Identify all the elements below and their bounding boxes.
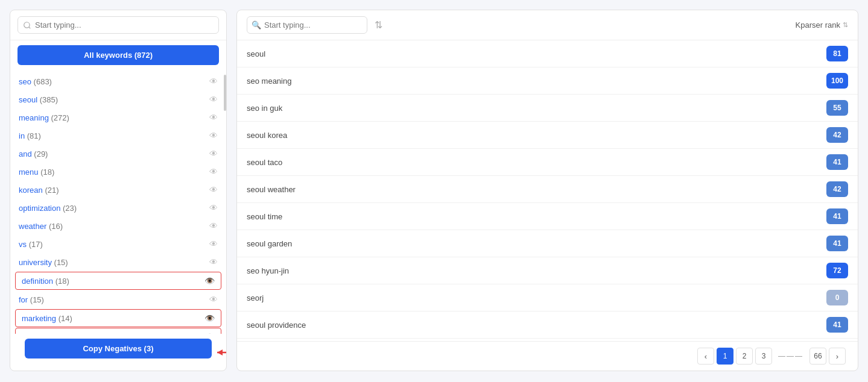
rank-badge: 41 [826, 208, 848, 224]
keyword-label: marketing (14) [22, 314, 72, 323]
copy-negatives-button[interactable]: Copy Negatives (3) [25, 339, 212, 359]
keyword-label: korean (21) [19, 186, 59, 195]
keyword-item[interactable]: menu (18)👁 [10, 163, 226, 181]
keyword-label: for (15) [19, 295, 44, 304]
keyword-item[interactable]: meaning (272)👁 [10, 108, 226, 127]
rank-badge: 42 [826, 181, 848, 197]
rank-badge: 42 [826, 127, 848, 143]
right-header: 🔍 ⇅ Kparser rank ⇅ [237, 10, 858, 40]
eye-icon[interactable]: 👁 [209, 149, 218, 158]
left-search-wrapper [10, 10, 226, 40]
eye-icon[interactable]: 👁 [209, 221, 218, 231]
keyword-item[interactable]: search (19)👁️ [15, 328, 221, 334]
keyword-item[interactable]: in (81)👁 [10, 127, 226, 145]
keyword-cell: seoul [247, 49, 265, 58]
keyword-item[interactable]: seo (683)👁 [10, 72, 226, 90]
keyword-item[interactable]: vs (17)👁 [10, 235, 226, 253]
keyword-item[interactable]: optimization (23)👁 [10, 199, 226, 217]
left-panel: All keywords (872) seo (683)👁seoul (385)… [10, 10, 227, 371]
rank-badge: 41 [826, 154, 848, 170]
keyword-item[interactable]: marketing (14)👁️ [15, 309, 221, 327]
rank-badge: 0 [826, 290, 848, 305]
kparser-rank-header[interactable]: Kparser rank ⇅ [796, 20, 848, 30]
sort-icon[interactable]: ⇅ [372, 17, 385, 33]
table-row: seoul time41 [237, 203, 858, 230]
eye-icon[interactable]: 👁 [209, 113, 218, 122]
keyword-label: seoul (385) [19, 95, 58, 104]
keyword-label: definition (18) [22, 277, 69, 286]
table-row: seoul81 [237, 40, 858, 67]
keyword-item[interactable]: seoul (385)👁 [10, 90, 226, 108]
eye-icon[interactable]: 👁️ [204, 276, 215, 286]
all-keywords-button[interactable]: All keywords (872) [17, 45, 219, 65]
red-arrow [214, 345, 227, 360]
keyword-cell: seoul weather [247, 185, 296, 194]
eye-icon[interactable]: 👁 [209, 239, 218, 249]
table-row: seo meaning100 [237, 67, 858, 95]
keyword-cell: seo hyun-jin [247, 266, 289, 275]
keyword-table: seoul81seo meaning100seo in guk55seoul k… [237, 40, 858, 341]
eye-icon[interactable]: 👁 [209, 257, 218, 267]
eye-icon[interactable]: 👁 [209, 167, 218, 177]
eye-icon[interactable]: 👁 [209, 295, 218, 304]
keyword-label: weather (16) [19, 222, 63, 231]
page-1-button[interactable]: 1 [717, 348, 733, 365]
keyword-cell: seorj [247, 293, 264, 302]
keyword-item[interactable]: korean (21)👁 [10, 181, 226, 199]
table-row: seo hyun-jin72 [237, 257, 858, 284]
keyword-cell: seoul korea [247, 131, 287, 140]
copy-negatives-area: Copy Negatives (3) [10, 334, 226, 371]
keyword-cell: seo in guk [247, 104, 282, 113]
keyword-cell: seoul providence [247, 321, 306, 330]
keyword-item[interactable]: and (29)👁 [10, 145, 226, 163]
main-container: All keywords (872) seo (683)👁seoul (385)… [0, 0, 868, 382]
keyword-item[interactable]: definition (18)👁️ [15, 272, 221, 290]
sort-arrows-icon: ⇅ [843, 21, 848, 29]
eye-icon[interactable]: 👁 [209, 203, 218, 213]
keyword-label: menu (18) [19, 168, 54, 177]
page-last-button[interactable]: 66 [809, 348, 826, 365]
kparser-rank-label: Kparser rank [796, 20, 840, 30]
keyword-cell: seo meaning [247, 77, 291, 86]
keyword-cell: seoul time [247, 212, 282, 221]
keyword-label: and (29) [19, 149, 48, 158]
table-row: seoul garden41 [237, 230, 858, 257]
eye-icon[interactable]: 👁 [209, 131, 218, 140]
rank-badge: 41 [826, 236, 848, 251]
keyword-label: in (81) [19, 131, 41, 140]
keyword-cell: seoul garden [247, 239, 292, 248]
keyword-item[interactable]: university (15)👁 [10, 253, 226, 271]
rank-badge: 41 [826, 317, 848, 333]
keyword-cell: seoul taco [247, 158, 282, 167]
rank-badge: 55 [826, 100, 848, 116]
keyword-label: university (15) [19, 258, 68, 267]
table-row: seo in guk55 [237, 95, 858, 122]
table-row: seoul korea42 [237, 122, 858, 149]
keywords-list: seo (683)👁seoul (385)👁meaning (272)👁in (… [10, 70, 226, 334]
next-page-button[interactable]: › [829, 348, 846, 365]
table-row: seoul taco41 [237, 149, 858, 176]
left-search-input[interactable] [17, 16, 219, 34]
keyword-label: optimization (23) [19, 204, 77, 213]
page-3-button[interactable]: 3 [755, 348, 772, 365]
keyword-label: meaning (272) [19, 113, 69, 122]
keyword-item[interactable]: weather (16)👁 [10, 217, 226, 235]
prev-page-button[interactable]: ‹ [697, 348, 714, 365]
eye-icon[interactable]: 👁 [209, 95, 218, 104]
pagination: ‹ 1 2 3 ——— 66 › [237, 341, 858, 371]
keyword-item[interactable]: for (15)👁 [10, 290, 226, 308]
table-row: seoul providence41 [237, 312, 858, 339]
right-search-input[interactable] [247, 16, 367, 34]
table-row: seoul weather42 [237, 176, 858, 203]
rank-badge: 100 [826, 73, 848, 89]
keyword-label: vs (17) [19, 240, 43, 249]
page-dots: ——— [775, 352, 807, 360]
rank-badge: 81 [826, 46, 848, 61]
table-row: seorj0 [237, 284, 858, 312]
eye-icon[interactable]: 👁️ [204, 313, 215, 323]
page-2-button[interactable]: 2 [736, 348, 753, 365]
right-search-wrapper: 🔍 [247, 16, 367, 34]
eye-icon[interactable]: 👁 [209, 77, 218, 86]
keyword-label: seo (683) [19, 77, 52, 86]
eye-icon[interactable]: 👁 [209, 185, 218, 195]
